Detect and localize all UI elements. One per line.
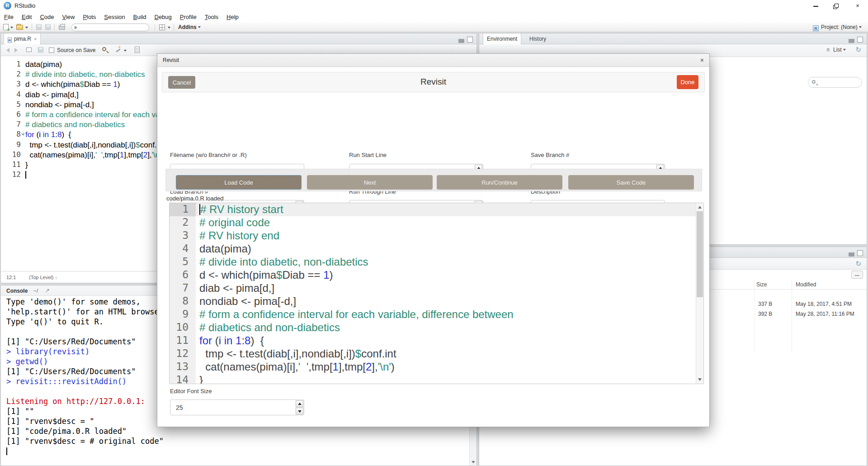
run-start-line-label: Run Start Line	[349, 152, 387, 158]
save-all-icon[interactable]	[45, 24, 51, 30]
refresh-icon[interactable]: ↻	[855, 260, 861, 268]
save-source-icon[interactable]	[38, 47, 43, 52]
run-continue-button[interactable]: Run/Continue	[437, 175, 562, 190]
action-button-panel: Load Code Next Run/Continue Save Code	[165, 169, 702, 191]
menu-tools[interactable]: Tools	[201, 12, 222, 23]
line-number: 10	[1, 150, 25, 160]
fold-arrow-icon[interactable]	[21, 133, 25, 136]
revisit-code-editor[interactable]: 1# RV history start2# original code3# RV…	[169, 203, 704, 384]
load-code-button[interactable]: Load Code	[176, 175, 302, 190]
line-number: 3	[170, 229, 196, 243]
column-modified[interactable]: Modified	[796, 281, 816, 288]
done-button[interactable]: Done	[677, 75, 698, 89]
open-in-window-icon[interactable]	[26, 48, 32, 52]
minimize-icon	[813, 6, 818, 7]
main-toolbar: Addins RProject: (None)	[0, 23, 868, 32]
save-code-button[interactable]: Save Code	[568, 175, 694, 190]
list-view-button[interactable]: ≡List	[826, 47, 846, 53]
console-working-dir[interactable]: ~/	[33, 288, 38, 294]
open-file-dropdown-icon[interactable]	[25, 27, 28, 29]
addins-button[interactable]: Addins	[178, 23, 201, 32]
line-number: 9	[170, 308, 196, 321]
find-replace-icon[interactable]	[102, 47, 106, 51]
environment-search-input[interactable]	[808, 77, 862, 88]
menu-view[interactable]: View	[58, 12, 79, 23]
code-tools-dropdown-icon[interactable]	[124, 50, 127, 52]
tab-pima-r[interactable]: Rpima.R×	[4, 33, 41, 44]
dialog-title-bar[interactable]: Revisit ×	[157, 54, 709, 67]
tab-history[interactable]: History	[526, 33, 550, 44]
dialog-header: Cancel Revisit Done	[162, 72, 705, 92]
editor-font-size-input[interactable]	[170, 399, 304, 415]
dialog-close-icon[interactable]: ×	[700, 57, 704, 64]
minimize-pane-icon[interactable]	[849, 252, 854, 257]
scroll-up-icon[interactable]	[698, 206, 702, 209]
next-button[interactable]: Next	[307, 175, 433, 190]
compile-report-icon[interactable]	[135, 47, 140, 53]
toolbar-separator	[32, 24, 32, 31]
maximize-pane-icon[interactable]	[467, 37, 473, 43]
tab-environment[interactable]: Environment	[483, 33, 521, 44]
menu-code[interactable]: Code	[36, 12, 58, 23]
back-icon[interactable]	[6, 48, 9, 52]
toolbar-separator	[54, 24, 55, 31]
code-tools-icon[interactable]	[115, 47, 121, 53]
scroll-down-icon[interactable]	[698, 378, 702, 381]
code-line: 1# RV history start	[170, 203, 703, 216]
source-on-save-checkbox[interactable]	[49, 48, 54, 53]
menu-help[interactable]: Help	[222, 12, 243, 23]
menu-profile[interactable]: Profile	[176, 12, 201, 23]
project-selector[interactable]: RProject: (None)	[813, 23, 862, 32]
pane-layout-icon[interactable]	[159, 24, 165, 30]
rstudio-logo-icon: R	[4, 2, 11, 10]
save-icon[interactable]	[36, 24, 42, 30]
stepper-up-icon[interactable]	[296, 400, 303, 407]
menu-session[interactable]: Session	[100, 12, 129, 23]
project-dropdown-icon	[859, 26, 862, 28]
maximize-pane-icon[interactable]	[857, 250, 863, 256]
column-size[interactable]: Size	[756, 281, 767, 288]
line-number: 9	[1, 140, 25, 150]
code-text: for (i in 1:8) {	[196, 334, 703, 347]
scroll-down-icon[interactable]	[472, 461, 475, 463]
menu-edit[interactable]: Edit	[18, 12, 36, 23]
code-line: 10# diabetics and non-diabetics	[170, 321, 703, 334]
code-text: d <- which(pima$Diab == 1)	[196, 269, 703, 282]
forward-icon[interactable]	[14, 48, 18, 52]
editor-font-size-stepper[interactable]	[296, 400, 304, 415]
editor-scrollbar[interactable]	[696, 203, 703, 384]
new-file-dropdown-icon[interactable]	[10, 27, 13, 29]
line-number: 6	[170, 269, 196, 282]
refresh-icon[interactable]: ↻	[855, 46, 861, 54]
go-to-directory-button[interactable]: ...	[851, 271, 863, 279]
code-text: }	[196, 374, 703, 384]
menu-build[interactable]: Build	[129, 12, 151, 23]
console-title: Console	[6, 288, 28, 294]
restore-button[interactable]	[826, 0, 847, 12]
scrollbar-thumb[interactable]	[697, 211, 703, 297]
close-button[interactable]: ×	[847, 0, 868, 12]
open-file-icon[interactable]	[16, 25, 23, 30]
line-number: 12	[170, 347, 196, 361]
goto-file-input[interactable]	[71, 24, 149, 31]
tab-close-icon[interactable]: ×	[34, 36, 37, 42]
new-file-icon[interactable]	[3, 24, 9, 30]
line-number: 10	[170, 321, 196, 334]
toolbar-separator	[155, 24, 155, 31]
console-popout-icon[interactable]: ↗	[45, 287, 50, 294]
scope-selector[interactable]: (Top Level) ↕	[29, 275, 57, 280]
minimize-pane-icon[interactable]	[458, 39, 464, 43]
maximize-pane-icon[interactable]	[857, 37, 863, 43]
pane-layout-dropdown-icon[interactable]	[168, 27, 170, 29]
minimize-button[interactable]	[806, 0, 826, 12]
menu-debug[interactable]: Debug	[151, 12, 176, 23]
stepper-down-icon[interactable]	[296, 408, 303, 414]
load-status-text: code/pima.0.R loaded	[166, 195, 223, 202]
menu-plots[interactable]: Plots	[79, 12, 100, 23]
code-line: 14}	[170, 374, 703, 384]
code-text: tmp <- t.test(diab[,i],nondiab[,i])$conf…	[196, 347, 703, 361]
print-icon[interactable]	[59, 25, 65, 30]
minimize-pane-icon[interactable]	[849, 39, 854, 43]
line-number: 11	[170, 334, 196, 347]
menu-file[interactable]: File	[0, 12, 18, 23]
